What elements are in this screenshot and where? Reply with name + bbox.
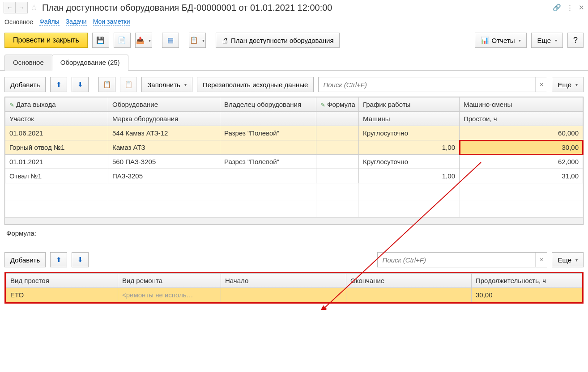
save-button[interactable]: 💾 bbox=[92, 33, 109, 48]
detail-move-down-button[interactable]: ⬇ bbox=[72, 252, 89, 267]
reports-button[interactable]: 📊 Отчеты bbox=[475, 33, 527, 48]
kebab-icon[interactable]: ⋮ bbox=[567, 4, 573, 12]
doc-arrow-icon: 📤 bbox=[136, 36, 145, 44]
post-and-close-button[interactable]: Провести и закрыть bbox=[4, 33, 88, 48]
doc-check-icon: 📄 bbox=[118, 36, 126, 44]
equip-fill-button[interactable]: Заполнить bbox=[141, 77, 192, 92]
arrow-up-icon: ⬆ bbox=[56, 256, 62, 264]
post-button[interactable]: 📄 bbox=[114, 33, 131, 48]
detail-search-clear[interactable]: × bbox=[535, 253, 547, 267]
equip-move-up-button[interactable]: ⬆ bbox=[50, 77, 67, 92]
pencil-icon: ✎ bbox=[320, 101, 325, 108]
grid-hscrollbar[interactable] bbox=[5, 217, 583, 224]
actions-button[interactable]: 📋 bbox=[189, 33, 206, 48]
subnav-main[interactable]: Основное bbox=[4, 18, 33, 25]
equip-add-button[interactable]: Добавить bbox=[4, 77, 46, 92]
detail-grid: Вид простоя Вид ремонта Начало Окончание… bbox=[4, 272, 584, 304]
favorite-star-icon[interactable]: ☆ bbox=[30, 3, 38, 13]
print-plan-button[interactable]: 🖨 План доступности оборудования bbox=[216, 33, 340, 48]
chart-icon: 📊 bbox=[481, 36, 489, 44]
close-icon[interactable]: ✕ bbox=[579, 4, 584, 12]
formula-value bbox=[4, 239, 584, 252]
doc-gear-icon: 📋 bbox=[190, 36, 198, 44]
tab-main[interactable]: Основное bbox=[4, 55, 52, 71]
table-row[interactable]: 01.06.2021 544 Камаз АТЗ-12 Разрез "Поле… bbox=[5, 126, 583, 140]
page-title: План доступности оборудования БД-0000000… bbox=[42, 3, 550, 13]
detail-row[interactable]: ЕТО <ремонты не исполь… 30,00 bbox=[6, 288, 582, 302]
nav-history[interactable]: ← → bbox=[4, 2, 28, 13]
equip-more-button[interactable]: Еще bbox=[552, 77, 584, 92]
copy-icon: 📋 bbox=[103, 80, 111, 89]
equip-refill-button[interactable]: Перезаполнить исходные данные bbox=[197, 77, 314, 92]
detail-add-button[interactable]: Добавить bbox=[4, 252, 46, 267]
detail-more-button[interactable]: Еще bbox=[552, 252, 584, 267]
arrow-down-icon: ⬇ bbox=[77, 80, 83, 89]
create-based-on-button[interactable]: 📤 bbox=[135, 33, 152, 48]
tab-equipment[interactable]: Оборудование (25) bbox=[52, 55, 128, 71]
detail-search-wrap: × bbox=[377, 252, 547, 267]
table-row[interactable]: Горный отвод №1 Камаз АТЗ 1,00 30,00 bbox=[5, 140, 583, 155]
floppy-icon: 💾 bbox=[96, 36, 105, 44]
nav-back-button[interactable]: ← bbox=[4, 2, 16, 13]
equip-search-wrap: × bbox=[318, 77, 547, 92]
subnav-notes[interactable]: Мои заметки bbox=[93, 18, 130, 25]
subnav-files[interactable]: Файлы bbox=[39, 18, 59, 25]
list-icon: ▤ bbox=[167, 36, 174, 44]
formula-label: Формула: bbox=[4, 225, 584, 239]
table-row[interactable]: Отвал №1 ПАЗ-3205 1,00 31,00 bbox=[5, 169, 583, 183]
paste-icon: 📋 bbox=[124, 80, 133, 89]
equip-search-clear[interactable]: × bbox=[535, 77, 547, 92]
equip-paste-button[interactable]: 📋 bbox=[120, 77, 137, 92]
highlighted-idle-cell[interactable]: 30,00 bbox=[460, 140, 583, 155]
equipment-grid: ✎Дата выхода Оборудование Владелец обору… bbox=[4, 97, 584, 225]
detail-search-input[interactable] bbox=[378, 253, 535, 267]
link-icon[interactable]: 🔗 bbox=[553, 4, 561, 12]
list-button[interactable]: ▤ bbox=[162, 33, 179, 48]
nav-forward-button[interactable]: → bbox=[16, 2, 27, 13]
equip-search-input[interactable] bbox=[319, 77, 535, 92]
table-row[interactable]: 01.01.2021 560 ПАЗ-3205 Разрез "Полевой"… bbox=[5, 155, 583, 169]
printer-icon: 🖨 bbox=[222, 37, 228, 44]
equip-move-down-button[interactable]: ⬇ bbox=[72, 77, 89, 92]
help-button[interactable]: ? bbox=[567, 33, 584, 48]
arrow-down-icon: ⬇ bbox=[77, 256, 83, 264]
more-button[interactable]: Еще bbox=[531, 33, 563, 48]
equip-copy-button[interactable]: 📋 bbox=[98, 77, 115, 92]
arrow-up-icon: ⬆ bbox=[56, 80, 62, 89]
detail-move-up-button[interactable]: ⬆ bbox=[50, 252, 67, 267]
pencil-icon: ✎ bbox=[9, 101, 14, 108]
subnav-tasks[interactable]: Задачи bbox=[66, 18, 87, 25]
